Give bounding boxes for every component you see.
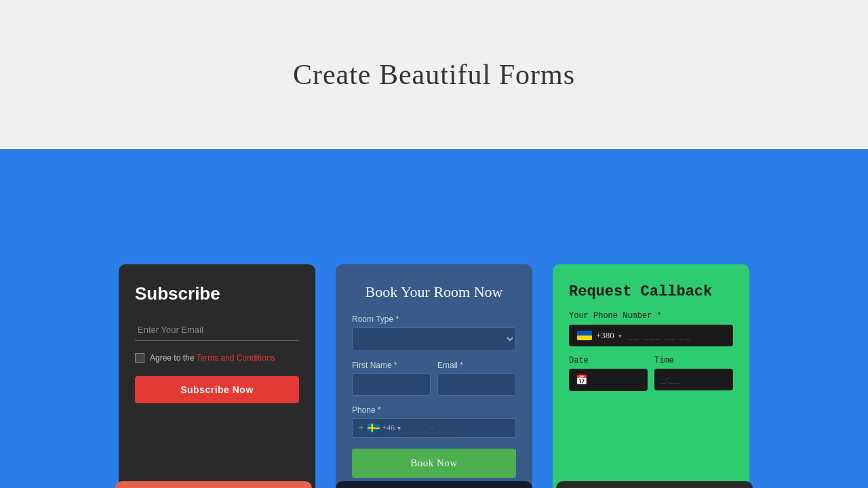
subscribe-card: Subscribe Agree to the Terms and Conditi… — [119, 264, 315, 488]
time-label: Time — [654, 356, 733, 365]
terms-checkbox[interactable] — [135, 353, 144, 363]
callback-title: Request Callback — [569, 283, 733, 300]
first-name-col: First Name * — [352, 361, 431, 396]
email-col: Email * — [437, 361, 516, 396]
datetime-row: Date 📅 Time _:__ — [569, 356, 733, 391]
phone-row: + 🇸🇪 +46 ▾ _ __ - _ _ — [352, 418, 516, 438]
main-cards-row: Subscribe Agree to the Terms and Conditi… — [0, 264, 868, 488]
email-input[interactable] — [135, 319, 299, 341]
book-title: Book Your Room Now — [352, 283, 516, 301]
date-input[interactable]: 📅 — [569, 369, 648, 391]
bottom-section: Subscribe Agree to the Terms and Conditi… — [0, 149, 868, 488]
email-label: Email * — [437, 361, 516, 370]
time-col: Time _:__ — [654, 356, 733, 391]
country-code: +380 — [596, 330, 614, 341]
top-section: Create Beautiful Forms — [0, 0, 868, 149]
phone-code: +46 — [382, 423, 395, 433]
calendar-icon: 📅 — [576, 374, 587, 386]
contact-card: Contact Us Full Name * Email * Phone * 🇨… — [115, 481, 312, 488]
phone-plus-icon: + — [358, 422, 364, 434]
book-now-button[interactable]: Book Now — [352, 449, 516, 478]
time-placeholder: _:__ — [661, 374, 679, 385]
subscribe-button[interactable]: Subscribe Now — [135, 376, 299, 403]
first-name-label: First Name * — [352, 361, 431, 370]
date-col: Date 📅 — [569, 356, 648, 391]
callback-phone-label: Your Phone Number * — [569, 311, 733, 321]
room-type-label: Room Type * — [352, 314, 516, 324]
callback-phone-input[interactable]: +380 ▾ __ ___ __ __ — [569, 325, 733, 346]
phone-label: Phone * — [352, 405, 516, 415]
subscribe-title: Subscribe — [135, 283, 299, 304]
phone-placeholder-dashes: __ ___ __ __ — [629, 330, 691, 341]
phone-placeholder: _ __ - _ _ — [406, 423, 454, 434]
job-application-card: Job Application Monthly Salary $ 500 900… — [556, 481, 753, 488]
time-input[interactable]: _:__ — [654, 369, 733, 390]
chevron-down-icon[interactable]: ▾ — [618, 332, 622, 340]
terms-link[interactable]: Terms and Conditions — [197, 353, 275, 363]
first-name-input[interactable] — [352, 373, 431, 396]
name-email-row: First Name * Email * — [352, 361, 516, 396]
checkbox-row: Agree to the Terms and Conditions — [135, 353, 299, 363]
quote-card: REQUEST A QUOTE — [336, 481, 532, 488]
page-wrapper: Create Beautiful Forms Subscribe Agree t… — [0, 0, 868, 488]
page-title: Create Beautiful Forms — [293, 58, 575, 91]
email-input-book[interactable] — [437, 373, 516, 396]
date-label: Date — [569, 356, 648, 365]
ukraine-flag-icon — [577, 331, 592, 340]
phone-flag: 🇸🇪 — [367, 422, 380, 434]
callback-card: Request Callback Your Phone Number * +38… — [553, 264, 749, 488]
checkbox-label: Agree to the Terms and Conditions — [150, 353, 275, 363]
phone-chevron-icon[interactable]: ▾ — [397, 424, 401, 432]
room-type-select[interactable] — [352, 327, 516, 351]
book-room-card: Book Your Room Now Room Type * First Nam… — [336, 264, 532, 488]
